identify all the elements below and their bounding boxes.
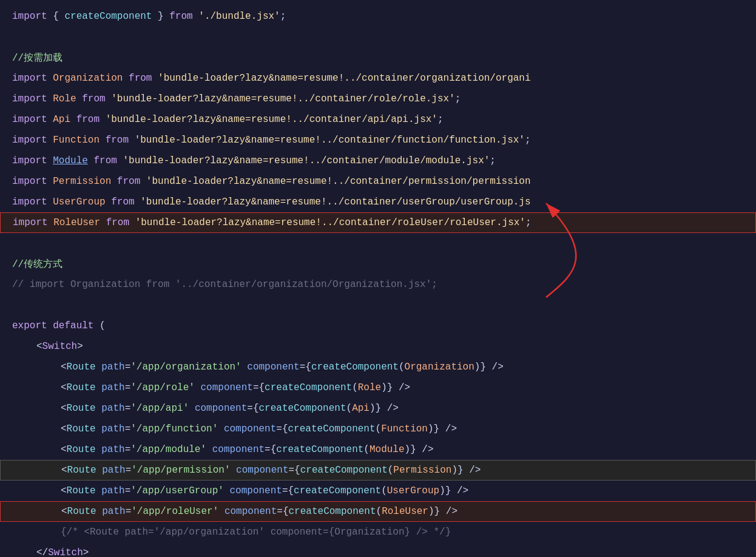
code-line-comment1: //按需加载 (0, 47, 756, 68)
keyword-import: import (12, 11, 47, 22)
code-line-route-roleuser: < Route path = '/app/roleUser' component… (0, 501, 756, 522)
code-line-org: import Organization from 'bundle-loader?… (0, 68, 756, 89)
code-line-role: import Role from 'bundle-loader?lazy&nam… (0, 89, 756, 109)
code-line-usergroup: import UserGroup from 'bundle-loader?laz… (0, 192, 756, 212)
code-line-roleuser-import: import RoleUser from 'bundle-loader?lazy… (0, 212, 756, 233)
code-line-switch-open: < Switch > (0, 336, 756, 357)
code-line-route-module: < Route path = '/app/module' component =… (0, 439, 756, 460)
code-line-switch-close: </ Switch > (0, 542, 756, 557)
code-line-empty-2 (0, 233, 756, 254)
code-line-api: import Api from 'bundle-loader?lazy&name… (0, 109, 756, 130)
code-line-route-usergroup: < Route path = '/app/userGroup' componen… (0, 481, 756, 501)
code-editor: import { createComponent } from './bundl… (0, 0, 756, 557)
code-line-module: import Module from 'bundle-loader?lazy&n… (0, 150, 756, 171)
code-line-route-role: < Route path = '/app/role' component ={ … (0, 377, 756, 398)
code-line-route-commented: {/* <Route path='/app/organization' comp… (0, 522, 756, 542)
code-line-empty-3 (0, 295, 756, 316)
code-line-trad: // import Organization from '../containe… (0, 274, 756, 295)
code-line-route-org: < Route path = '/app/organization' compo… (0, 357, 756, 377)
code-line-empty-1 (0, 27, 756, 47)
code-line-function: import Function from 'bundle-loader?lazy… (0, 130, 756, 150)
code-line-route-permission: < Route path = '/app/permission' compone… (0, 460, 756, 481)
code-line-export: export default ( (0, 316, 756, 336)
code-line-permission: import Permission from 'bundle-loader?la… (0, 171, 756, 192)
code-line-comment2: //传统方式 (0, 254, 756, 274)
code-line-1: import { createComponent } from './bundl… (0, 6, 756, 27)
code-line-route-function: < Route path = '/app/function' component… (0, 419, 756, 439)
code-line-route-api: < Route path = '/app/api' component ={ c… (0, 398, 756, 419)
